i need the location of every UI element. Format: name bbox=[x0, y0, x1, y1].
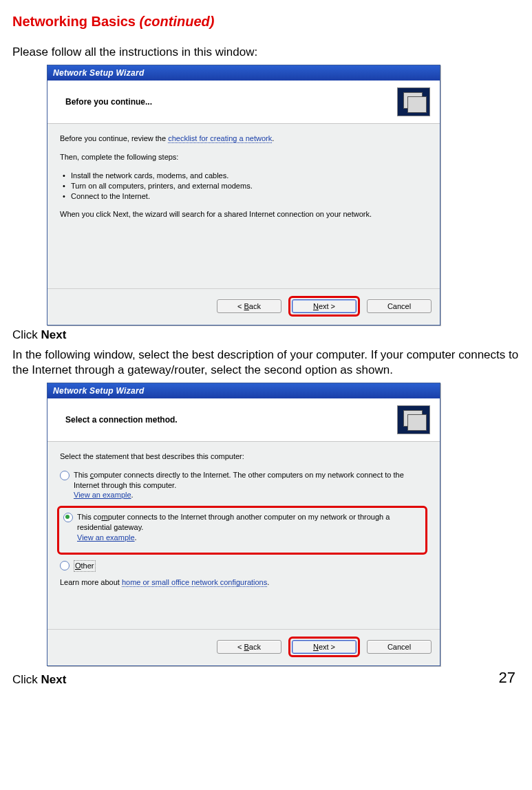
radio-icon[interactable] bbox=[60, 561, 70, 570]
prompt-line: Select the statement that best describes… bbox=[60, 451, 427, 462]
next-button[interactable]: Next > bbox=[292, 299, 357, 313]
window-titlebar[interactable]: Network Setup Wizard bbox=[47, 65, 440, 81]
radio-option-gateway[interactable]: This computer connects to the Internet t… bbox=[63, 512, 421, 543]
page-title: Networking Basics (continued) bbox=[12, 14, 520, 30]
next-button-highlight: Next > bbox=[288, 637, 360, 657]
next-button-highlight: Next > bbox=[288, 296, 360, 317]
wizard-header: Before you continue... bbox=[47, 81, 440, 124]
back-button[interactable]: < Back bbox=[217, 640, 281, 654]
wizard-button-bar: < Back Next > Cancel bbox=[47, 289, 440, 325]
list-item: Connect to the Internet. bbox=[71, 191, 427, 202]
learn-more-line: Learn more about home or small office ne… bbox=[60, 577, 427, 588]
radio-option-direct[interactable]: This computer connects directly to the I… bbox=[60, 470, 427, 501]
title-main: Networking Basics bbox=[12, 14, 140, 29]
checklist-link[interactable]: checklist for creating a network bbox=[168, 134, 272, 143]
wizard-heading: Before you continue... bbox=[65, 97, 397, 107]
wizard-content: Select the statement that best describes… bbox=[47, 442, 440, 629]
title-sub: (continued) bbox=[140, 14, 215, 29]
list-item: Install the network cards, modems, and c… bbox=[71, 171, 427, 181]
click-next-2: Click Next bbox=[12, 673, 499, 687]
page-number: 27 bbox=[499, 669, 520, 687]
view-example-link[interactable]: View an example bbox=[77, 533, 135, 542]
network-computers-icon bbox=[397, 87, 430, 116]
cancel-button[interactable]: Cancel bbox=[367, 299, 432, 313]
learn-more-link[interactable]: home or small office network configurati… bbox=[122, 578, 267, 587]
wizard-header: Select a connection method. bbox=[47, 398, 440, 442]
wizard-heading: Select a connection method. bbox=[65, 415, 397, 425]
wizard-button-bar: < Back Next > Cancel bbox=[47, 630, 440, 665]
mid-paragraph: In the following window, select the best… bbox=[12, 348, 520, 377]
window-titlebar[interactable]: Network Setup Wizard bbox=[47, 383, 440, 398]
back-button[interactable]: < Back bbox=[217, 299, 281, 313]
list-item: Turn on all computers, printers, and ext… bbox=[71, 181, 427, 191]
wizard-select-connection: Network Setup Wizard Select a connection… bbox=[47, 383, 440, 666]
network-computers-icon bbox=[397, 405, 430, 434]
steps-list: Install the network cards, modems, and c… bbox=[60, 171, 427, 202]
wizard-before-you-continue: Network Setup Wizard Before you continue… bbox=[47, 65, 440, 325]
view-example-link[interactable]: View an example bbox=[74, 491, 131, 499]
radio-icon[interactable] bbox=[60, 471, 70, 480]
radio-icon[interactable] bbox=[63, 513, 73, 522]
radio-option-other[interactable]: Other bbox=[60, 560, 427, 572]
cancel-button[interactable]: Cancel bbox=[367, 640, 432, 654]
review-line: Before you continue, review the checklis… bbox=[60, 134, 427, 144]
note-line: When you click Next, the wizard will sea… bbox=[60, 209, 427, 220]
wizard-content: Before you continue, review the checklis… bbox=[47, 124, 440, 288]
selected-option-highlight: This computer connects to the Internet t… bbox=[57, 506, 427, 555]
then-line: Then, complete the following steps: bbox=[60, 152, 427, 162]
click-next-1: Click Next bbox=[12, 328, 520, 342]
intro-text: Please follow all the instructions in th… bbox=[12, 45, 520, 59]
next-button[interactable]: Next > bbox=[292, 640, 357, 654]
